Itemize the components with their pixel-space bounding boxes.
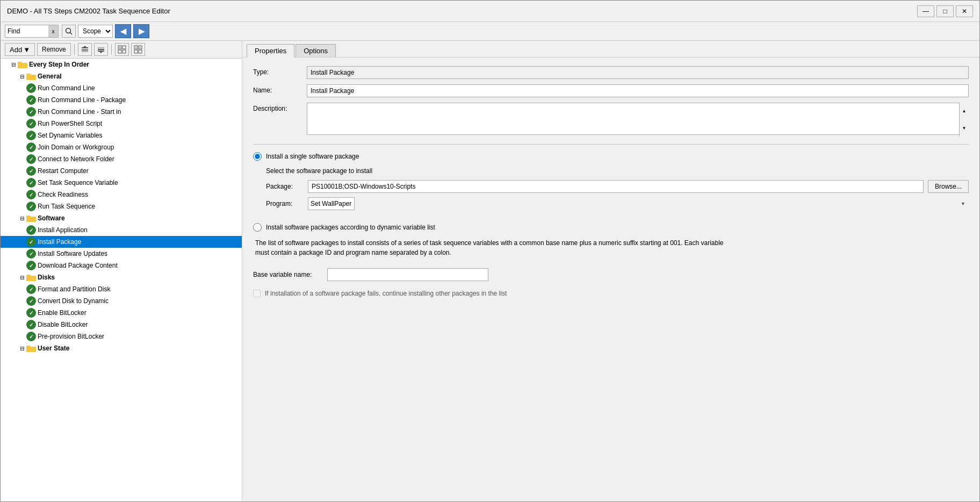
checkbox-continue[interactable] xyxy=(253,290,261,297)
package-input[interactable] xyxy=(308,180,924,193)
tree-item-install-app[interactable]: Install Application xyxy=(1,224,242,236)
tree-group-general[interactable]: ⊟ General xyxy=(1,70,242,82)
svg-rect-13 xyxy=(122,50,126,53)
browse-button[interactable]: Browse... xyxy=(928,180,969,193)
check-icon xyxy=(26,154,36,164)
svg-rect-7 xyxy=(98,49,104,50)
tree-container[interactable]: ⊟ Every Step In Order ⊟ General xyxy=(1,59,242,501)
check-icon xyxy=(26,190,36,199)
user-state-label: User State xyxy=(38,345,69,352)
tree-item-run-cmd-pkg[interactable]: Run Command Line - Package xyxy=(1,94,242,106)
tree-root[interactable]: ⊟ Every Step In Order xyxy=(1,59,242,70)
collapse-all-icon xyxy=(134,45,142,54)
check-icon xyxy=(26,131,36,140)
right-panel: Properties Options Type: Name: xyxy=(242,41,979,501)
find-input[interactable] xyxy=(5,26,48,36)
expand-icon-disks: ⊟ xyxy=(18,273,26,282)
radio-single-package-row[interactable]: Install a single software package xyxy=(253,152,969,161)
expand-all-button[interactable] xyxy=(115,43,129,56)
svg-rect-26 xyxy=(26,217,36,222)
window-title: DEMO - All TS Steps CM2002 Task Sequence… xyxy=(7,7,170,15)
software-label: Software xyxy=(38,214,65,222)
radio-single-package[interactable] xyxy=(253,152,262,161)
main-window: DEMO - All TS Steps CM2002 Task Sequence… xyxy=(0,0,980,502)
svg-rect-31 xyxy=(26,346,31,347)
scope-select[interactable]: Scope xyxy=(78,25,113,38)
name-input[interactable] xyxy=(307,84,969,97)
radio-dynamic-list-row[interactable]: Install software packages according to d… xyxy=(253,223,969,232)
toolbar-separator2 xyxy=(111,44,112,55)
svg-rect-11 xyxy=(122,46,126,49)
scroll-down-button[interactable]: ▼ xyxy=(960,120,969,137)
svg-rect-24 xyxy=(26,75,36,80)
tree-item-disable-bitlocker[interactable]: Disable BitLocker xyxy=(1,319,242,331)
left-panel: Add ▼ Remove xyxy=(1,41,242,501)
base-variable-input[interactable] xyxy=(327,268,488,281)
tab-properties[interactable]: Properties xyxy=(247,44,294,58)
type-value-container xyxy=(307,66,969,79)
description-input[interactable] xyxy=(307,103,969,135)
tree-item-check-readiness[interactable]: Check Readiness xyxy=(1,189,242,200)
tree-item-convert-disk[interactable]: Convert Disk to Dynamic xyxy=(1,295,242,307)
tree-group-user-state[interactable]: ⊟ User State xyxy=(1,342,242,354)
collapse-all-button[interactable] xyxy=(131,43,145,56)
tree-item-run-ts[interactable]: Run Task Sequence xyxy=(1,200,242,212)
add-button[interactable]: Add ▼ xyxy=(5,43,35,56)
svg-rect-30 xyxy=(26,347,36,352)
set-ts-var-label: Set Task Sequence Variable xyxy=(38,179,118,187)
convert-disk-label: Convert Disk to Dynamic xyxy=(38,297,109,305)
tree-group-disks[interactable]: ⊟ Disks xyxy=(1,271,242,283)
description-container: ▲ ▼ xyxy=(307,103,969,137)
type-input[interactable] xyxy=(307,66,969,79)
package-row: Package: Browse... xyxy=(266,180,969,193)
svg-rect-6 xyxy=(98,47,104,48)
run-cmd-start-label: Run Command Line - Start in xyxy=(38,108,121,116)
svg-rect-12 xyxy=(118,50,121,53)
scroll-up-button[interactable]: ▲ xyxy=(960,103,969,120)
folder-disks-icon xyxy=(26,274,36,281)
install-sw-updates-label: Install Software Updates xyxy=(38,250,107,257)
program-row: Program: Set WallPaper xyxy=(266,197,969,210)
find-search-button[interactable] xyxy=(62,25,76,38)
check-icon xyxy=(26,107,36,117)
select-package-label: Select the software package to install xyxy=(266,167,969,175)
properties-panel: Type: Name: Description: xyxy=(242,58,979,501)
select-package-label-row: Select the software package to install xyxy=(266,167,969,175)
tree-item-enable-bitlocker[interactable]: Enable BitLocker xyxy=(1,307,242,319)
tree-item-connect-network[interactable]: Connect to Network Folder xyxy=(1,153,242,165)
tree-item-install-package[interactable]: Install Package xyxy=(1,236,242,248)
program-select[interactable]: Set WallPaper xyxy=(308,197,355,210)
check-icon xyxy=(26,178,36,188)
move-up-button[interactable] xyxy=(78,43,92,56)
find-clear-button[interactable]: x xyxy=(48,25,58,37)
tree-item-preprovision-bitlocker[interactable]: Pre-provision BitLocker xyxy=(1,331,242,342)
check-icon xyxy=(26,261,36,270)
tree-item-set-ts-var[interactable]: Set Task Sequence Variable xyxy=(1,177,242,189)
tree-item-format-partition[interactable]: Format and Partition Disk xyxy=(1,283,242,295)
tree-item-run-cmd-start[interactable]: Run Command Line - Start in xyxy=(1,106,242,118)
format-partition-label: Format and Partition Disk xyxy=(38,285,110,293)
forward-button[interactable]: ▶ xyxy=(133,24,149,38)
tab-options[interactable]: Options xyxy=(296,44,336,57)
base-variable-label: Base variable name: xyxy=(253,271,323,278)
tree-item-install-sw-updates[interactable]: Install Software Updates xyxy=(1,248,242,260)
tree-item-run-cmd[interactable]: Run Command Line xyxy=(1,82,242,94)
remove-button[interactable]: Remove xyxy=(37,43,71,56)
svg-rect-27 xyxy=(26,216,31,217)
tree-item-download-pkg[interactable]: Download Package Content xyxy=(1,260,242,271)
svg-rect-29 xyxy=(26,275,31,276)
tree-item-restart[interactable]: Restart Computer xyxy=(1,165,242,177)
tree-item-join-domain[interactable]: Join Domain or Workgroup xyxy=(1,141,242,153)
svg-rect-23 xyxy=(18,62,22,63)
maximize-button[interactable]: □ xyxy=(936,5,954,17)
back-button[interactable]: ◀ xyxy=(115,24,131,38)
enable-bitlocker-label: Enable BitLocker xyxy=(38,309,87,317)
svg-rect-28 xyxy=(26,276,36,281)
tree-item-set-dynamic[interactable]: Set Dynamic Variables xyxy=(1,130,242,141)
tree-group-software[interactable]: ⊟ Software xyxy=(1,212,242,224)
move-down-button[interactable] xyxy=(94,43,108,56)
close-button[interactable]: ✕ xyxy=(956,5,973,17)
minimize-button[interactable]: — xyxy=(917,5,934,17)
radio-dynamic-list[interactable] xyxy=(253,223,262,232)
tree-item-run-ps[interactable]: Run PowerShell Script xyxy=(1,118,242,130)
